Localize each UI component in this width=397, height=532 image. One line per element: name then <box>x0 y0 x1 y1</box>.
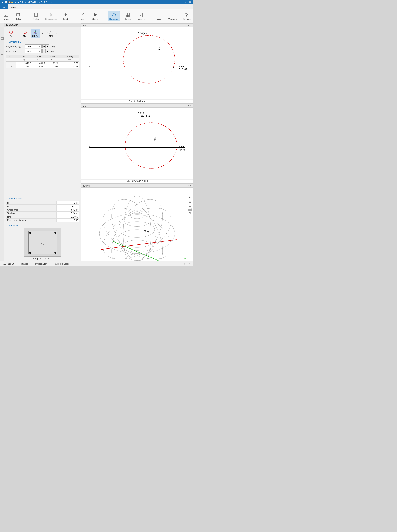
3dpm-title: 3D-PM <box>83 185 90 187</box>
title-bar-icons: 📄💾📂🖨 <box>5 1 16 3</box>
axial-input[interactable]: 1846.0 ▼ <box>25 49 42 53</box>
menu-file[interactable]: File <box>0 5 8 9</box>
title-bar-controls[interactable]: ─ □ ✕ <box>181 1 192 4</box>
ribbon-project[interactable]: Project <box>2 11 11 21</box>
svg-point-115 <box>147 231 149 233</box>
filter-tool[interactable] <box>0 24 4 28</box>
axial-up[interactable]: ▲ <box>42 49 46 53</box>
angle-prev[interactable]: ◀ <box>42 44 46 49</box>
prop-gross-area: Gross area 576 in² <box>6 208 79 212</box>
status-list-icon[interactable]: ≡ <box>187 262 191 266</box>
svg-text:2: 2 <box>160 145 161 148</box>
ribbon-tables[interactable]: Tables <box>123 11 132 21</box>
3dpm-header: 3D-PM ▾ ✕ <box>81 184 193 188</box>
ribbon-load[interactable]: Load <box>61 11 70 21</box>
ribbon-reporter[interactable]: Reporter <box>135 11 146 21</box>
maximize-button[interactable]: □ <box>185 1 188 4</box>
ribbon-define-label: Define <box>15 18 21 20</box>
ribbon-settings[interactable]: Settings <box>182 11 192 21</box>
3dmm-dropdown[interactable]: ▼ <box>55 32 57 35</box>
3d-zoom-out-tool[interactable] <box>188 205 192 210</box>
section-description: Irregular 24 x 24 in <box>6 257 79 260</box>
axial-down[interactable]: ▼ <box>46 49 49 53</box>
3dpm-controls[interactable]: ▾ ✕ <box>188 185 192 187</box>
svg-point-76 <box>123 35 175 83</box>
diag-btn-mm[interactable]: MM <box>20 29 30 38</box>
ribbon-slenderness[interactable]: Slenderness <box>44 11 58 21</box>
prop-rho: Rho 1.08 % <box>6 215 79 219</box>
ribbon-define[interactable]: Define <box>14 11 23 21</box>
mm-close-icon[interactable]: ✕ <box>190 105 192 107</box>
col-capacity: Capacity <box>59 55 79 58</box>
svg-line-99 <box>101 239 177 250</box>
pm-pin-icon[interactable]: ▾ <box>188 25 189 27</box>
3d-tools-panel <box>187 194 193 216</box>
pm-window: PM ▾ ✕ 4000 P [kip] M [k-ft] 1000 -1000 <box>81 24 193 103</box>
angle-input[interactable]: 23.0 ▼ <box>25 44 42 49</box>
angle-label: Angle (Mx, My) <box>6 45 25 48</box>
list-tool[interactable] <box>0 53 4 57</box>
properties-table: f'c 5 ksi fy 60 ksi Gros <box>6 201 79 222</box>
axial-label: Axial load <box>6 50 25 53</box>
mm-svg: 1000 My [k-ft] Mx [k-ft] 1000 -1000 1 <box>81 107 193 180</box>
menu-home[interactable]: Home <box>8 5 18 9</box>
status-biaxial: Biaxial <box>20 262 30 265</box>
table-row[interactable]: 2 1846.0 565.1 0.0 0.83 <box>6 65 79 69</box>
ribbon-solve[interactable]: Solve <box>91 11 99 21</box>
angle-next[interactable]: ▶ <box>46 44 49 49</box>
angle-arrows[interactable]: ◀ ▶ <box>42 44 49 49</box>
3d-pan-tool[interactable] <box>188 210 192 215</box>
ribbon-diagrams-label: Diagrams <box>109 18 119 20</box>
status-grid-icon[interactable]: ⊞ <box>183 262 186 266</box>
pm-controls[interactable]: ▾ ✕ <box>188 25 192 27</box>
section-display: ▼ SECTION y x Irregular 24 x 24 in <box>5 223 81 261</box>
panel-tool[interactable] <box>0 37 4 40</box>
ribbon-section[interactable]: Section <box>31 11 41 21</box>
mm-controls[interactable]: ▾ ✕ <box>188 105 192 107</box>
svg-text:1: 1 <box>159 46 160 49</box>
prop-total-as-label: Total As <box>6 212 57 215</box>
ribbon-viewports[interactable]: Viewports <box>167 11 178 21</box>
prop-max-ratio: Max. capacity ratio 0.83 <box>6 219 79 222</box>
minimize-button[interactable]: ─ <box>181 1 184 4</box>
section-collapse-icon[interactable]: ▼ <box>6 225 8 227</box>
axial-dropdown-icon[interactable]: ▼ <box>39 50 41 52</box>
svg-point-10 <box>37 14 37 14</box>
row1-ratio: 0.77 <box>59 62 79 65</box>
3d-rotate-tool[interactable] <box>188 194 192 199</box>
close-button[interactable]: ✕ <box>188 1 192 4</box>
angle-dropdown-icon[interactable]: ▼ <box>39 46 41 47</box>
prop-max-ratio-value: 0.83 <box>57 219 79 222</box>
props-collapse-icon[interactable]: ▼ <box>6 198 8 200</box>
ribbon-tools-label: Tools <box>81 18 85 20</box>
unit-ratio: Ratio <box>59 58 79 62</box>
col-mux: Mux <box>32 55 46 58</box>
left-tools <box>0 23 5 261</box>
table-row[interactable]: 1 1846.0 461.5 192.3 0.77 <box>6 62 79 65</box>
row1-no: 1 <box>6 62 16 65</box>
svg-rect-33 <box>171 13 173 15</box>
mm-pin-icon[interactable]: ▾ <box>188 105 189 107</box>
diag-btn-3dpm[interactable]: 3D-PM <box>31 29 40 38</box>
nav-collapse-icon[interactable]: ▼ <box>6 41 8 43</box>
row2-pu: 1846.0 <box>16 65 32 69</box>
diag-3dmm-label: 3D-MM <box>46 35 53 37</box>
pm-svg: 4000 P [kip] M [k-ft] 1000 -1000 1 <box>81 27 193 99</box>
section-canvas: y x <box>24 228 61 257</box>
unit-mux: k-ft <box>32 58 46 62</box>
ribbon-diagrams[interactable]: Diagrams <box>108 11 120 21</box>
svg-rect-41 <box>1 38 3 39</box>
3dpm-pin-icon[interactable]: ▾ <box>188 185 189 187</box>
3dpm-close-icon[interactable]: ✕ <box>190 185 192 187</box>
ribbon-tools[interactable]: Tools <box>78 11 87 21</box>
diag-btn-3dmm[interactable]: 3D-MM <box>44 29 54 38</box>
pm-close-icon[interactable]: ✕ <box>190 25 192 27</box>
diag-btn-pm[interactable]: PM <box>6 29 16 38</box>
row1-pu: 1846.0 <box>16 62 32 65</box>
diag-3dpm-label: 3D-PM <box>32 35 38 37</box>
ribbon-display[interactable]: Display <box>154 11 164 21</box>
3dpm-dropdown[interactable]: ▼ <box>41 32 43 35</box>
pm-dropdown[interactable]: ▼ <box>17 32 19 35</box>
svg-line-125 <box>191 202 191 203</box>
3d-zoom-in-tool[interactable] <box>188 200 192 204</box>
